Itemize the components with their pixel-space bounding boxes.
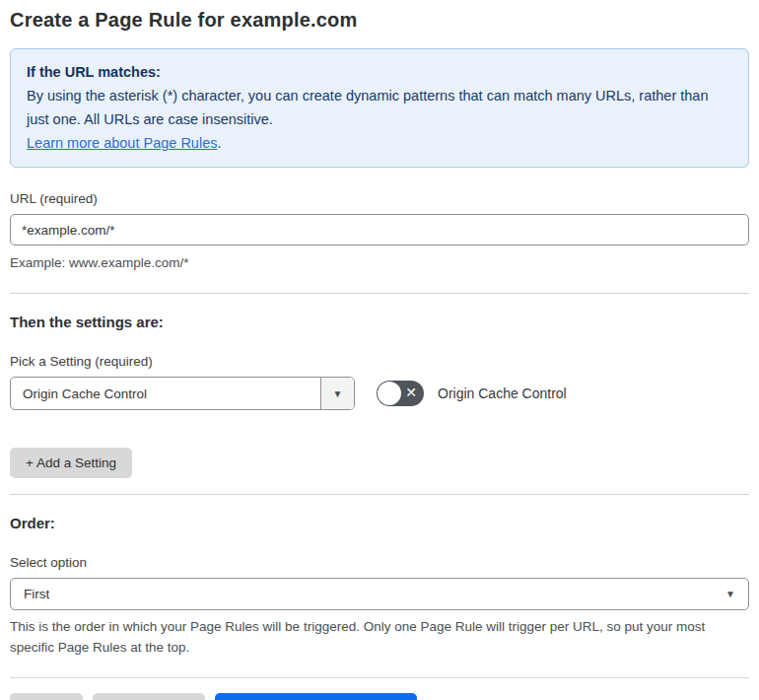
toggle-label: Origin Cache Control — [438, 385, 567, 401]
settings-section-heading: Then the settings are: — [10, 314, 749, 330]
chevron-down-icon: ▼ — [725, 589, 735, 599]
save-and-deploy-button[interactable]: Save and Deploy Page Rule — [215, 693, 418, 700]
page-title: Create a Page Rule for example.com — [10, 9, 749, 32]
toggle-knob — [378, 382, 401, 405]
pick-setting-label: Pick a Setting (required) — [10, 354, 749, 369]
order-section-heading: Order: — [10, 515, 749, 531]
url-match-info-box: If the URL matches: By using the asteris… — [10, 48, 749, 168]
link-suffix: . — [217, 135, 221, 151]
toggle-off-x-icon: ✕ — [405, 381, 417, 406]
setting-select-dropdown[interactable]: Origin Cache Control ▼ — [10, 377, 355, 410]
save-as-draft-button[interactable]: Save as Draft — [93, 693, 205, 700]
order-select-label: Select option — [10, 555, 749, 570]
info-box-link-line: Learn more about Page Rules. — [27, 131, 732, 155]
order-select-value: First — [24, 587, 49, 601]
page-rule-form: Create a Page Rule for example.com If th… — [0, 0, 759, 700]
learn-more-link[interactable]: Learn more about Page Rules — [27, 135, 217, 151]
divider — [10, 494, 749, 495]
origin-cache-control-toggle[interactable]: ✕ — [377, 381, 424, 406]
info-box-body: By using the asterisk (*) character, you… — [27, 84, 717, 131]
info-box-heading: If the URL matches: — [27, 60, 732, 84]
cancel-button[interactable]: Cancel — [10, 693, 83, 700]
url-example-helper: Example: www.example.com/* — [10, 252, 749, 273]
footer-actions: Cancel Save as Draft Save and Deploy Pag… — [10, 693, 749, 700]
order-select-dropdown[interactable]: First ▼ — [10, 578, 749, 610]
setting-row: Origin Cache Control ▼ ✕ Origin Cache Co… — [10, 377, 749, 410]
url-input[interactable] — [10, 214, 749, 245]
setting-select-value: Origin Cache Control — [11, 378, 320, 409]
url-field-label: URL (required) — [10, 191, 749, 206]
divider — [10, 293, 749, 294]
chevron-down-icon[interactable]: ▼ — [320, 378, 354, 409]
order-helper-text: This is the order in which your Page Rul… — [10, 616, 739, 658]
add-setting-button[interactable]: + Add a Setting — [10, 448, 132, 478]
divider — [10, 677, 749, 678]
